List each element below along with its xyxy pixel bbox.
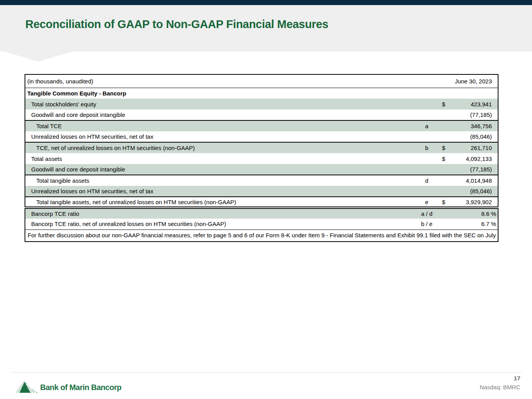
row-ref [415, 164, 439, 175]
top-accent-bar [0, 0, 532, 5]
row-value: 3,929,902 [451, 197, 498, 208]
row-ref [415, 99, 439, 109]
table-header-row: (in thousands, unaudited) June 30, 2023 [25, 74, 498, 88]
section-title-row: Tangible Common Equity - Bancorp [25, 88, 498, 99]
row-ref [415, 153, 439, 164]
row-value: 261,710 [451, 142, 498, 153]
footnote-row: For further discussion about our non-GAA… [25, 230, 498, 242]
row-value: (85,046) [451, 186, 498, 197]
row-label: Goodwill and core deposit intangible [25, 109, 415, 120]
page-title: Reconciliation of GAAP to Non-GAAP Finan… [25, 18, 328, 31]
page-number: 17 [514, 375, 520, 381]
row-dollar-sign [439, 208, 451, 219]
row-value: 4,014,948 [451, 175, 498, 186]
row-dollar-sign [439, 219, 451, 230]
row-label: TCE, net of unrealized losses on HTM sec… [25, 142, 415, 153]
row-value: 6.7 % [451, 219, 498, 230]
footer-divider [12, 372, 521, 373]
units-note: (in thousands, unaudited) [25, 74, 415, 88]
row-ref [415, 109, 439, 120]
column-date-header: June 30, 2023 [415, 74, 498, 88]
table-row: Unrealized losses on HTM securities, net… [25, 186, 498, 197]
table-row-subtotal: Total tangible assets, net of unrealized… [25, 197, 498, 208]
title-band: Reconciliation of GAAP to Non-GAAP Finan… [0, 5, 532, 51]
row-dollar-sign [439, 175, 451, 186]
row-value: 423,941 [451, 99, 498, 109]
row-ref: b [415, 142, 439, 153]
slide: { "slide": { "title": "Reconciliation of… [0, 0, 532, 399]
table-row-subtotal: Total tangible assets d 4,014,948 [25, 175, 498, 186]
row-ref: e [415, 197, 439, 208]
row-ref: a / d [415, 208, 439, 219]
row-value: (77,185) [451, 164, 498, 175]
row-dollar-sign: $ [439, 99, 451, 109]
row-ref [415, 186, 439, 197]
table-row: Unrealized losses on HTM securities, net… [25, 131, 498, 142]
section-title: Tangible Common Equity - Bancorp [25, 88, 498, 99]
table-row-ratio: Bancorp TCE ratio, net of unrealized los… [25, 219, 498, 230]
row-label: Bancorp TCE ratio [25, 208, 415, 219]
row-label: Total tangible assets, net of unrealized… [25, 197, 415, 208]
row-dollar-sign: $ [439, 197, 451, 208]
row-value: 8.6 % [451, 208, 498, 219]
row-label: Goodwill and core deposit intangible [25, 164, 415, 175]
row-ref: a [415, 120, 439, 131]
row-label: Total assets [25, 153, 415, 164]
row-ref: d [415, 175, 439, 186]
row-label: Total TCE [25, 120, 415, 131]
mountain-logo-icon [15, 380, 37, 395]
logo-wordmark: Bank of Marin Bancorp [40, 383, 121, 392]
table-row: Total assets $ 4,092,133 [25, 153, 498, 164]
row-label: Unrealized losses on HTM securities, net… [25, 186, 415, 197]
row-label: Unrealized losses on HTM securities, net… [25, 131, 415, 142]
ticker-label: Nasdaq: BMRC [480, 384, 520, 390]
row-dollar-sign: $ [439, 142, 451, 153]
gaap-reconciliation-table: (in thousands, unaudited) June 30, 2023 … [25, 74, 498, 242]
row-label: Total stockholders' equity [25, 99, 415, 109]
row-dollar-sign: $ [439, 153, 451, 164]
row-value: (77,185) [451, 109, 498, 120]
footnote-text: For further discussion about our non-GAA… [25, 230, 498, 242]
row-label: Bancorp TCE ratio, net of unrealized los… [25, 219, 415, 230]
row-dollar-sign [439, 131, 451, 142]
table-row: Total stockholders' equity $ 423,941 [25, 99, 498, 109]
table-row: Goodwill and core deposit intangible (77… [25, 109, 498, 120]
row-ref [415, 131, 439, 142]
band-chevron-decoration [4, 51, 72, 62]
row-label: Total tangible assets [25, 175, 415, 186]
table-row-subtotal: Total TCE a 346,756 [25, 120, 498, 131]
row-dollar-sign [439, 109, 451, 120]
row-dollar-sign [439, 186, 451, 197]
row-value: 4,092,133 [451, 153, 498, 164]
row-value: (85,046) [451, 131, 498, 142]
row-dollar-sign [439, 164, 451, 175]
table-row: Goodwill and core deposit intangible (77… [25, 164, 498, 175]
table-row-ratio: Bancorp TCE ratio a / d 8.6 % [25, 208, 498, 219]
row-value: 346,756 [451, 120, 498, 131]
row-ref: b / e [415, 219, 439, 230]
bank-of-marin-logo: Bank of Marin Bancorp [15, 380, 121, 395]
row-dollar-sign [439, 120, 451, 131]
table-row-subtotal: TCE, net of unrealized losses on HTM sec… [25, 142, 498, 153]
